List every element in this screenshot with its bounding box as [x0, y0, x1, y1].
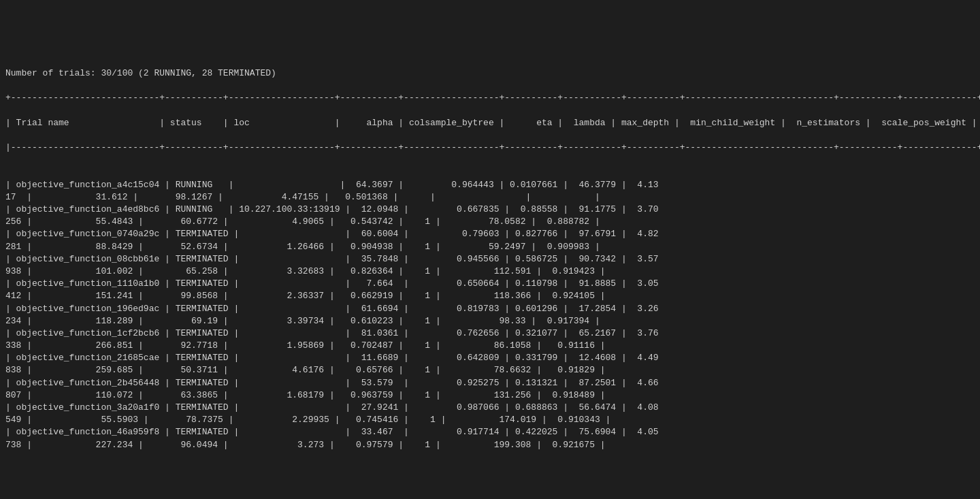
- trial-row-0-cont: 17 | 31.612 | 98.1267 | 4.47155 | 0.5013…: [5, 191, 975, 204]
- trial-row-6-cont: 338 | 266.851 | 92.7718 | 1.95869 | 0.70…: [5, 340, 975, 352]
- trial-row-5: | objective_function_196ed9ac | TERMINAT…: [5, 303, 975, 315]
- trial-row-10: | objective_function_46a959f8 | TERMINAT…: [5, 426, 975, 438]
- col-header-cont1: pth | min_child_weight | n_estimators | …: [653, 118, 980, 128]
- trial-row-10-cont: 738 | 227.234 | 96.0494 | 3.273 | 0.9757…: [5, 439, 975, 451]
- trial-rows: | objective_function_a4c15c04 | RUNNING …: [5, 179, 975, 451]
- trial-row-8-cont: 807 | 110.072 | 63.3865 | 1.68179 | 0.96…: [5, 389, 975, 402]
- trial-row-7-cont: 838 | 259.685 | 50.3711 | 4.6176 | 0.657…: [5, 364, 975, 376]
- trial-row-3-cont: 938 | 101.002 | 65.258 | 3.32683 | 0.826…: [5, 265, 975, 278]
- trial-count-header: Number of trials: 30/100 (2 RUNNING, 28 …: [5, 68, 276, 78]
- trial-row-3: | objective_function_08cbb61e | TERMINAT…: [5, 253, 975, 265]
- trial-row-0: | objective_function_a4c15c04 | RUNNING …: [5, 179, 975, 191]
- trial-row-2: | objective_function_0740a29c | TERMINAT…: [5, 228, 975, 240]
- trial-row-4: | objective_function_1110a1b0 | TERMINAT…: [5, 278, 975, 290]
- trial-row-6: | objective_function_1cf2bcb6 | TERMINAT…: [5, 327, 975, 340]
- trial-row-9: | objective_function_3a20a1f0 | TERMINAT…: [5, 402, 975, 414]
- trial-row-2-cont: 281 | 88.8429 | 52.6734 | 1.26466 | 0.90…: [5, 241, 975, 253]
- trial-row-7: | objective_function_21685cae | TERMINAT…: [5, 352, 975, 364]
- trial-row-1-cont: 256 | 55.4843 | 60.6772 | 4.9065 | 0.543…: [5, 216, 975, 228]
- trial-row-8: | objective_function_2b456448 | TERMINAT…: [5, 377, 975, 389]
- trial-row-5-cont: 234 | 118.289 | 69.19 | 3.39734 | 0.6102…: [5, 315, 975, 327]
- terminal-output: Number of trials: 30/100 (2 RUNNING, 28 …: [5, 55, 975, 155]
- trial-row-9-cont: 549 | 55.5903 | 78.7375 | 2.29935 | 0.74…: [5, 414, 975, 426]
- trial-row-4-cont: 412 | 151.241 | 99.8568 | 2.36337 | 0.66…: [5, 290, 975, 302]
- trial-row-1: | objective_function_a4ed8bc6 | RUNNING …: [5, 204, 975, 216]
